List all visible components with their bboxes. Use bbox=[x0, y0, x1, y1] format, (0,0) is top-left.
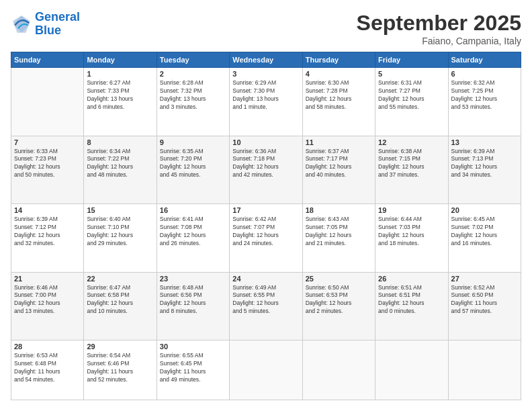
day-info: Sunrise: 6:34 AM Sunset: 7:22 PM Dayligh… bbox=[87, 148, 153, 180]
week-row-2: 7Sunrise: 6:33 AM Sunset: 7:23 PM Daylig… bbox=[11, 136, 521, 204]
day-cell: 2Sunrise: 6:28 AM Sunset: 7:32 PM Daylig… bbox=[157, 68, 229, 136]
day-info: Sunrise: 6:32 AM Sunset: 7:25 PM Dayligh… bbox=[451, 79, 518, 111]
day-number: 20 bbox=[451, 206, 518, 214]
day-cell: 24Sunrise: 6:49 AM Sunset: 6:55 PM Dayli… bbox=[230, 272, 302, 340]
day-number: 6 bbox=[451, 70, 518, 78]
day-cell bbox=[230, 340, 302, 400]
day-info: Sunrise: 6:51 AM Sunset: 6:51 PM Dayligh… bbox=[378, 284, 445, 316]
day-cell: 20Sunrise: 6:45 AM Sunset: 7:02 PM Dayli… bbox=[448, 204, 521, 273]
day-cell: 11Sunrise: 6:37 AM Sunset: 7:17 PM Dayli… bbox=[302, 136, 375, 204]
col-monday: Monday bbox=[84, 52, 157, 68]
day-number: 13 bbox=[451, 138, 518, 146]
day-number: 9 bbox=[160, 138, 226, 146]
day-cell: 16Sunrise: 6:41 AM Sunset: 7:08 PM Dayli… bbox=[157, 204, 229, 273]
day-cell: 13Sunrise: 6:39 AM Sunset: 7:13 PM Dayli… bbox=[448, 136, 521, 204]
day-cell: 22Sunrise: 6:47 AM Sunset: 6:58 PM Dayli… bbox=[84, 272, 157, 340]
day-number: 16 bbox=[160, 206, 226, 214]
day-cell: 4Sunrise: 6:30 AM Sunset: 7:28 PM Daylig… bbox=[302, 68, 375, 136]
logo-blue: Blue bbox=[35, 24, 61, 37]
col-saturday: Saturday bbox=[448, 52, 521, 68]
day-cell: 3Sunrise: 6:29 AM Sunset: 7:30 PM Daylig… bbox=[230, 68, 302, 136]
day-number: 8 bbox=[87, 138, 153, 146]
day-number: 22 bbox=[87, 275, 153, 283]
day-cell: 18Sunrise: 6:43 AM Sunset: 7:05 PM Dayli… bbox=[302, 204, 375, 273]
day-number: 24 bbox=[232, 275, 299, 283]
day-number: 25 bbox=[306, 275, 372, 283]
header-row: Sunday Monday Tuesday Wednesday Thursday… bbox=[11, 52, 521, 68]
day-number: 26 bbox=[378, 275, 445, 283]
day-info: Sunrise: 6:48 AM Sunset: 6:56 PM Dayligh… bbox=[160, 284, 226, 316]
day-info: Sunrise: 6:39 AM Sunset: 7:12 PM Dayligh… bbox=[14, 216, 81, 248]
day-info: Sunrise: 6:31 AM Sunset: 7:27 PM Dayligh… bbox=[378, 79, 445, 111]
day-info: Sunrise: 6:27 AM Sunset: 7:33 PM Dayligh… bbox=[87, 79, 153, 111]
day-cell: 15Sunrise: 6:40 AM Sunset: 7:10 PM Dayli… bbox=[84, 204, 157, 273]
col-friday: Friday bbox=[375, 52, 448, 68]
day-cell: 5Sunrise: 6:31 AM Sunset: 7:27 PM Daylig… bbox=[375, 68, 448, 136]
day-cell: 19Sunrise: 6:44 AM Sunset: 7:03 PM Dayli… bbox=[375, 204, 448, 273]
day-cell: 27Sunrise: 6:52 AM Sunset: 6:50 PM Dayli… bbox=[448, 272, 521, 340]
day-number: 14 bbox=[14, 206, 81, 214]
day-info: Sunrise: 6:42 AM Sunset: 7:07 PM Dayligh… bbox=[232, 216, 299, 248]
title-block: September 2025 Faiano, Campania, Italy bbox=[357, 11, 521, 46]
day-info: Sunrise: 6:39 AM Sunset: 7:13 PM Dayligh… bbox=[451, 148, 518, 180]
day-cell: 23Sunrise: 6:48 AM Sunset: 6:56 PM Dayli… bbox=[157, 272, 229, 340]
logo-general: General bbox=[35, 10, 80, 24]
day-cell: 17Sunrise: 6:42 AM Sunset: 7:07 PM Dayli… bbox=[230, 204, 302, 273]
day-cell bbox=[448, 340, 521, 400]
day-number: 7 bbox=[14, 138, 81, 146]
day-number: 4 bbox=[306, 70, 372, 78]
day-info: Sunrise: 6:55 AM Sunset: 6:45 PM Dayligh… bbox=[160, 352, 226, 384]
header: General Blue September 2025 Faiano, Camp… bbox=[11, 11, 521, 46]
col-wednesday: Wednesday bbox=[230, 52, 302, 68]
day-info: Sunrise: 6:52 AM Sunset: 6:50 PM Dayligh… bbox=[451, 284, 518, 316]
day-info: Sunrise: 6:28 AM Sunset: 7:32 PM Dayligh… bbox=[160, 79, 226, 111]
day-cell: 7Sunrise: 6:33 AM Sunset: 7:23 PM Daylig… bbox=[11, 136, 84, 204]
day-number: 30 bbox=[160, 342, 226, 351]
day-number: 28 bbox=[14, 342, 81, 351]
day-cell: 29Sunrise: 6:54 AM Sunset: 6:46 PM Dayli… bbox=[84, 340, 157, 400]
day-cell: 1Sunrise: 6:27 AM Sunset: 7:33 PM Daylig… bbox=[84, 68, 157, 136]
day-cell: 28Sunrise: 6:53 AM Sunset: 6:48 PM Dayli… bbox=[11, 340, 84, 400]
day-number: 10 bbox=[232, 138, 299, 146]
week-row-1: 1Sunrise: 6:27 AM Sunset: 7:33 PM Daylig… bbox=[11, 68, 521, 136]
day-info: Sunrise: 6:46 AM Sunset: 7:00 PM Dayligh… bbox=[14, 284, 81, 316]
day-cell bbox=[11, 68, 84, 136]
logo-icon bbox=[11, 13, 32, 35]
calendar-table: Sunday Monday Tuesday Wednesday Thursday… bbox=[11, 52, 521, 400]
day-number: 1 bbox=[87, 70, 153, 78]
day-number: 2 bbox=[160, 70, 226, 78]
week-row-3: 14Sunrise: 6:39 AM Sunset: 7:12 PM Dayli… bbox=[11, 204, 521, 273]
day-info: Sunrise: 6:45 AM Sunset: 7:02 PM Dayligh… bbox=[451, 216, 518, 248]
day-cell: 30Sunrise: 6:55 AM Sunset: 6:45 PM Dayli… bbox=[157, 340, 229, 400]
day-info: Sunrise: 6:35 AM Sunset: 7:20 PM Dayligh… bbox=[160, 148, 226, 180]
day-info: Sunrise: 6:37 AM Sunset: 7:17 PM Dayligh… bbox=[306, 148, 372, 180]
day-cell: 25Sunrise: 6:50 AM Sunset: 6:53 PM Dayli… bbox=[302, 272, 375, 340]
logo: General Blue bbox=[11, 11, 80, 38]
day-cell: 14Sunrise: 6:39 AM Sunset: 7:12 PM Dayli… bbox=[11, 204, 84, 273]
day-info: Sunrise: 6:29 AM Sunset: 7:30 PM Dayligh… bbox=[232, 79, 299, 111]
day-number: 18 bbox=[306, 206, 372, 214]
day-number: 11 bbox=[306, 138, 372, 146]
day-info: Sunrise: 6:33 AM Sunset: 7:23 PM Dayligh… bbox=[14, 148, 81, 180]
day-info: Sunrise: 6:38 AM Sunset: 7:15 PM Dayligh… bbox=[378, 148, 445, 180]
day-info: Sunrise: 6:50 AM Sunset: 6:53 PM Dayligh… bbox=[306, 284, 372, 316]
day-cell: 10Sunrise: 6:36 AM Sunset: 7:18 PM Dayli… bbox=[230, 136, 302, 204]
month-title: September 2025 bbox=[357, 11, 521, 36]
day-info: Sunrise: 6:40 AM Sunset: 7:10 PM Dayligh… bbox=[87, 216, 153, 248]
day-number: 19 bbox=[378, 206, 445, 214]
day-number: 29 bbox=[87, 342, 153, 351]
day-number: 3 bbox=[232, 70, 299, 78]
day-number: 15 bbox=[87, 206, 153, 214]
day-number: 21 bbox=[14, 275, 81, 283]
day-info: Sunrise: 6:47 AM Sunset: 6:58 PM Dayligh… bbox=[87, 284, 153, 316]
day-number: 12 bbox=[378, 138, 445, 146]
day-info: Sunrise: 6:44 AM Sunset: 7:03 PM Dayligh… bbox=[378, 216, 445, 248]
location-subtitle: Faiano, Campania, Italy bbox=[357, 36, 521, 46]
day-cell: 12Sunrise: 6:38 AM Sunset: 7:15 PM Dayli… bbox=[375, 136, 448, 204]
day-info: Sunrise: 6:30 AM Sunset: 7:28 PM Dayligh… bbox=[306, 79, 372, 111]
day-info: Sunrise: 6:49 AM Sunset: 6:55 PM Dayligh… bbox=[232, 284, 299, 316]
day-cell: 9Sunrise: 6:35 AM Sunset: 7:20 PM Daylig… bbox=[157, 136, 229, 204]
day-info: Sunrise: 6:43 AM Sunset: 7:05 PM Dayligh… bbox=[306, 216, 372, 248]
day-info: Sunrise: 6:36 AM Sunset: 7:18 PM Dayligh… bbox=[232, 148, 299, 180]
day-number: 27 bbox=[451, 275, 518, 283]
